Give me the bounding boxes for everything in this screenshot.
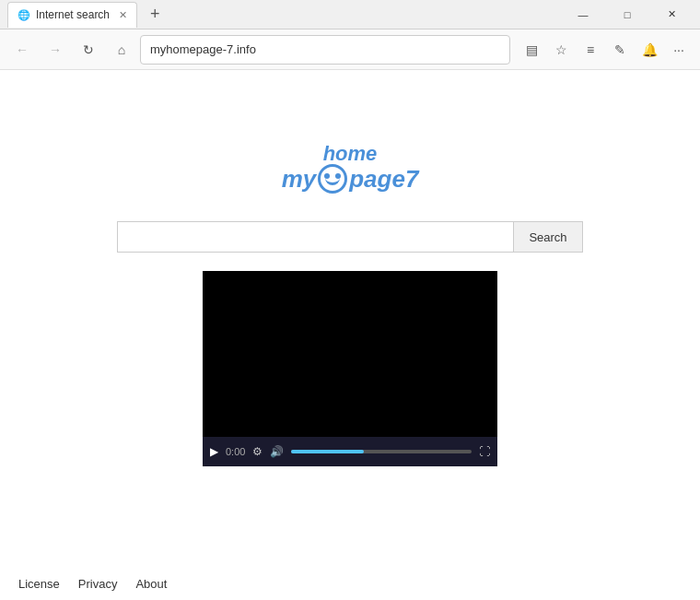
address-bar[interactable]: myhomepage-7.info [140, 35, 510, 65]
bell-button[interactable]: 🔔 [636, 36, 663, 64]
volume-icon[interactable]: 🔊 [270, 445, 284, 458]
forward-button[interactable]: → [41, 35, 70, 65]
logo-smiley-icon [318, 164, 347, 194]
video-time: 0:00 [226, 446, 245, 457]
browser-window: 🌐 Internet search ✕ + — □ ✕ ← → ↻ ⌂ myho… [0, 0, 700, 600]
video-controls: ▶ 0:00 ⚙ 🔊 ⛶ [203, 437, 497, 466]
minimize-button[interactable]: — [562, 0, 604, 29]
about-link[interactable]: About [135, 577, 167, 591]
edit-button[interactable]: ✎ [606, 36, 634, 64]
refresh-button[interactable]: ↻ [74, 35, 103, 65]
tab-favicon: 🌐 [18, 9, 30, 21]
logo-area: home my page7 [282, 144, 419, 194]
logo-my: my [282, 167, 317, 191]
menu-button[interactable]: ≡ [577, 36, 604, 64]
more-button[interactable]: ··· [665, 36, 693, 64]
logo-top-text: home [323, 144, 378, 164]
video-player: ▶ 0:00 ⚙ 🔊 ⛶ [203, 271, 497, 466]
tab-title: Internet search [36, 8, 110, 21]
title-bar: 🌐 Internet search ✕ + — □ ✕ [0, 0, 700, 29]
play-button[interactable]: ▶ [210, 445, 218, 458]
progress-bar[interactable] [291, 450, 472, 453]
home-button[interactable]: ⌂ [107, 35, 136, 65]
window-controls: — □ ✕ [562, 0, 693, 29]
fullscreen-icon[interactable]: ⛶ [479, 445, 490, 458]
close-button[interactable]: ✕ [650, 0, 693, 29]
navigation-bar: ← → ↻ ⌂ myhomepage-7.info ▤ ☆ ≡ ✎ 🔔 ··· [0, 29, 700, 70]
logo: home my page7 [282, 144, 419, 194]
page-content: home my page7 Search ▶ 0:00 [0, 70, 700, 600]
browser-tab[interactable]: 🌐 Internet search ✕ [7, 2, 137, 28]
license-link[interactable]: License [18, 577, 60, 591]
privacy-link[interactable]: Privacy [78, 577, 118, 591]
logo-page7: page7 [349, 167, 418, 191]
page-footer: License Privacy About [0, 568, 700, 600]
progress-fill [291, 450, 363, 453]
favorites-button[interactable]: ☆ [547, 36, 575, 64]
settings-icon[interactable]: ⚙ [252, 445, 262, 458]
logo-bottom-text: my page7 [282, 164, 419, 194]
search-button[interactable]: Search [513, 221, 582, 253]
new-tab-button[interactable]: + [145, 5, 166, 24]
logo-smile-line [325, 178, 340, 185]
search-area: Search [117, 221, 582, 253]
maximize-button[interactable]: □ [606, 0, 648, 29]
tab-close-button[interactable]: ✕ [119, 9, 127, 21]
search-input[interactable] [117, 221, 513, 253]
nav-icons: ▤ ☆ ≡ ✎ 🔔 ··· [518, 36, 693, 64]
back-button[interactable]: ← [7, 35, 37, 65]
address-text: myhomepage-7.info [150, 42, 500, 56]
reader-button[interactable]: ▤ [518, 36, 545, 64]
video-screen [203, 271, 497, 437]
